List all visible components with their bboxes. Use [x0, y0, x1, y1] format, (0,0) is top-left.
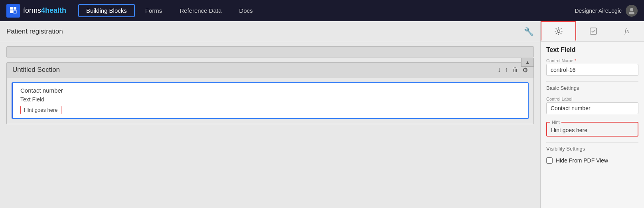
nav-right: Designer AireLogic	[575, 5, 638, 17]
section-container: Untitled Section ↓ ↑ 🗑 ⚙ Contact number …	[6, 62, 534, 124]
nav-item-building-blocks[interactable]: Building Blocks	[78, 4, 135, 17]
delete-icon[interactable]: 🗑	[512, 66, 518, 73]
page-title: Patient registration	[6, 28, 63, 36]
panel-title: Text Field	[546, 46, 638, 53]
field-label: Contact number	[20, 87, 522, 94]
right-panel-tabs: fx	[541, 21, 644, 42]
nav-item-forms[interactable]: Forms	[138, 5, 170, 16]
tab-settings[interactable]	[541, 21, 576, 41]
control-name-input[interactable]	[546, 64, 638, 76]
settings-icon[interactable]: ⚙	[522, 66, 528, 74]
move-up-icon[interactable]: ↑	[505, 66, 508, 73]
svg-point-6	[629, 12, 634, 14]
nav-items: Building Blocks Forms Reference Data Doc…	[78, 4, 575, 17]
hint-fieldset: Hint	[546, 120, 638, 137]
main-content: Patient registration 🔧 ▲ Untitled Sectio…	[0, 21, 644, 208]
header-tools: 🔧	[524, 27, 534, 36]
scroll-up-indicator[interactable]: ▲	[521, 58, 534, 67]
section-header: Untitled Section ↓ ↑ 🗑 ⚙	[7, 63, 533, 77]
move-down-icon[interactable]: ↓	[498, 66, 501, 73]
svg-point-7	[557, 30, 560, 33]
svg-rect-2	[14, 7, 16, 10]
avatar[interactable]	[626, 5, 638, 17]
right-panel: fx Text Field Control Name * Basic Setti…	[540, 21, 644, 208]
user-name: Designer AireLogic	[575, 8, 622, 14]
right-panel-content: Text Field Control Name * Basic Settings…	[541, 42, 644, 168]
top-grey-bar	[6, 46, 534, 57]
svg-rect-3	[10, 10, 13, 13]
control-label-input[interactable]	[546, 102, 638, 114]
top-navigation: forms4health Building Blocks Forms Refer…	[0, 0, 644, 21]
field-type: Text Field	[20, 96, 522, 103]
nav-item-docs[interactable]: Docs	[232, 5, 260, 16]
section-controls: ↓ ↑ 🗑 ⚙	[498, 66, 528, 74]
center-area: Patient registration 🔧 ▲ Untitled Sectio…	[0, 21, 540, 208]
hide-pdf-label: Hide From PDF View	[556, 157, 608, 164]
wrench-icon[interactable]: 🔧	[524, 27, 534, 36]
tab-validation[interactable]	[576, 21, 610, 41]
svg-rect-8	[590, 28, 597, 34]
control-label-label: Control Label	[546, 97, 638, 101]
hint-legend: Hint	[550, 120, 561, 125]
logo[interactable]: forms4health	[6, 4, 66, 18]
canvas-area: ▲ Untitled Section ↓ ↑ 🗑 ⚙ Contact numbe…	[0, 42, 540, 208]
logo-text: forms4health	[23, 6, 66, 15]
control-name-label: Control Name *	[546, 58, 638, 63]
section-title: Untitled Section	[12, 66, 60, 74]
visibility-divider: Visibility Settings	[546, 142, 638, 154]
control-label-group: Control Label	[546, 97, 638, 114]
nav-item-reference-data[interactable]: Reference Data	[172, 5, 229, 16]
hint-input[interactable]	[547, 125, 638, 136]
header-bar: Patient registration 🔧	[0, 21, 540, 42]
field-box[interactable]: Contact number Text Field Hint goes here	[12, 82, 529, 119]
hide-pdf-row: Hide From PDF View	[546, 157, 638, 164]
svg-rect-4	[14, 10, 16, 13]
field-hint: Hint goes here	[20, 106, 61, 114]
required-marker: *	[575, 58, 576, 63]
control-name-group: Control Name *	[546, 58, 638, 76]
fx-label: fx	[624, 27, 629, 35]
basic-settings-divider: Basic Settings	[546, 81, 638, 93]
hide-pdf-checkbox[interactable]	[546, 157, 553, 164]
logo-box	[6, 4, 20, 18]
svg-rect-1	[10, 7, 13, 10]
tab-formula[interactable]: fx	[610, 21, 644, 41]
svg-point-5	[630, 8, 633, 11]
section-body: Contact number Text Field Hint goes here	[7, 77, 533, 124]
